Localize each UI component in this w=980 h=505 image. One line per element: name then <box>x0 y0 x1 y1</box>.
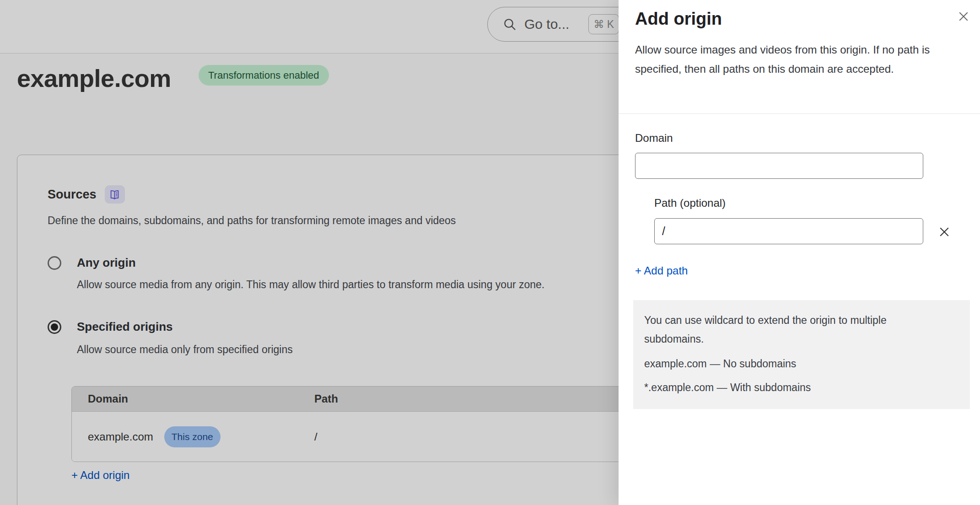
path-field-label: Path (optional) <box>654 197 726 210</box>
close-button[interactable] <box>953 6 974 27</box>
remove-path-button[interactable] <box>936 224 953 240</box>
drawer-title: Add origin <box>635 9 722 29</box>
clear-icon <box>937 225 951 239</box>
close-icon <box>957 10 970 23</box>
path-input[interactable] <box>654 218 923 244</box>
modal-overlay[interactable] <box>0 0 619 505</box>
app: Go to... ⌘ K example.com Transformations… <box>0 0 980 505</box>
with-subdomains-example: *.example.com — With subdomains <box>644 378 959 397</box>
domain-field-label: Domain <box>635 132 673 145</box>
no-subdomains-example: example.com — No subdomains <box>644 355 959 373</box>
domain-input[interactable] <box>635 153 923 179</box>
wildcard-info-box: You can use wildcard to extend the origi… <box>633 300 970 409</box>
add-origin-drawer: Add origin Allow source images and video… <box>619 0 980 505</box>
add-path-link[interactable]: + Add path <box>635 264 688 277</box>
drawer-description: Allow source images and videos from this… <box>635 40 938 79</box>
divider <box>619 113 980 114</box>
wildcard-note: You can use wildcard to extend the origi… <box>644 311 928 349</box>
